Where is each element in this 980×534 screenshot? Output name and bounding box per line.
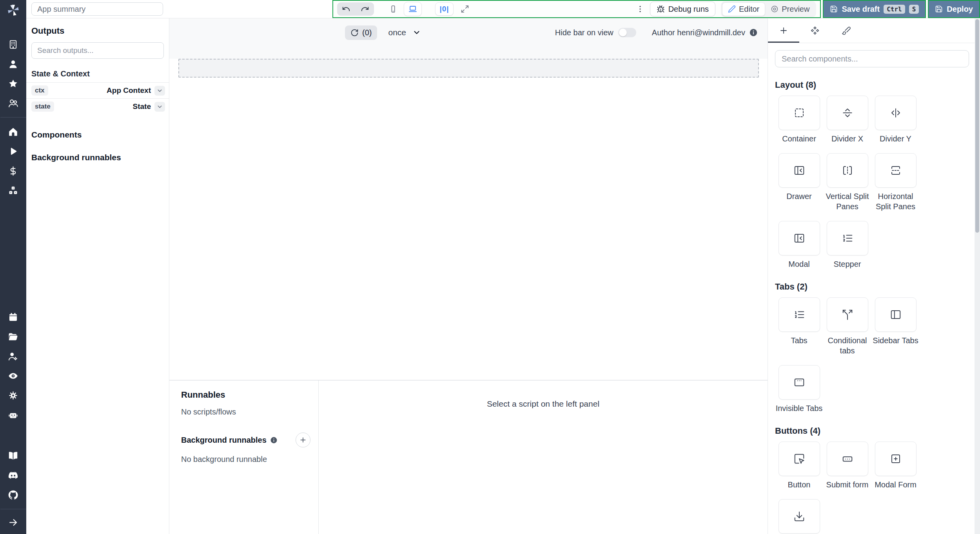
app-canvas[interactable] [169,59,768,380]
sidebar-group-1 [5,39,21,109]
sidebar-item-discord[interactable] [5,470,21,481]
search-outputs-input[interactable] [31,42,164,59]
component-card-container[interactable]: Container [775,96,823,144]
state-expand-button[interactable] [154,102,165,112]
save-draft-button[interactable]: Save draft Ctrl S [824,1,925,17]
boxes-icon [8,185,18,196]
calendar-icon [8,312,18,322]
background-info-icon[interactable] [270,436,278,444]
component-card-tabs[interactable]: Tabs [775,297,823,356]
state-row[interactable]: state State [26,98,169,114]
sidebar-item-dollar[interactable] [5,166,21,176]
hide-bar-toggle[interactable] [618,28,636,37]
component-card-submit-form[interactable]: Submit form [823,442,871,490]
component-card-box [827,221,868,255]
sidebar-item-settings[interactable] [5,390,21,401]
scrollbar-thumb[interactable] [975,19,979,233]
save-draft-label: Save draft [842,5,880,14]
sidebar-item-user[interactable] [5,59,21,69]
author-info-icon[interactable] [749,28,758,37]
sidebar-item-eye[interactable] [5,371,21,381]
undo-button[interactable] [342,5,350,13]
component-card-drawer[interactable]: Drawer [775,153,823,212]
search-components-input[interactable] [775,50,969,67]
preview-eye-icon [771,5,779,13]
sidebar-item-play[interactable] [5,146,21,157]
component-card-modal[interactable]: Modal [775,221,823,269]
debug-runs-button[interactable]: Debug runs [650,2,715,16]
sidebar-item-bot[interactable] [5,410,21,420]
refresh-mode-dropdown[interactable] [412,28,421,37]
app-summary-input[interactable] [31,2,163,16]
sidebar-item-calendar[interactable] [5,312,21,322]
ctx-row[interactable]: ctx App Context [26,82,169,98]
windmill-logo-icon[interactable] [6,3,20,19]
refresh-button[interactable]: (0) [345,25,377,40]
sidebar-item-user-cog[interactable] [5,351,21,362]
folder-icon [8,331,18,342]
mobile-view-button[interactable] [386,3,401,15]
components-section-title: Components [31,130,164,139]
component-card-divider-x[interactable]: Divider X [823,96,871,144]
sidebar-item-users[interactable] [5,98,21,109]
preview-tab[interactable]: Preview [765,3,815,16]
component-card-conditional-tabs[interactable]: Conditional tabs [823,297,871,356]
sidebar-item-boxes[interactable] [5,185,21,196]
center-align-icon: |0| [439,5,449,13]
invisible-tabs-icon [793,377,805,388]
component-card-modal-form[interactable]: Modal Form [871,442,920,490]
component-card-sidebar-tabs[interactable]: Sidebar Tabs [871,297,920,356]
state-context-title: State & Context [31,69,164,78]
tab-component-settings[interactable] [799,18,831,43]
component-card-download-button[interactable]: Download Button [775,499,823,534]
tab-styling[interactable] [831,18,862,43]
center-canvas-button[interactable]: |0| [435,2,453,16]
component-section-title: Layout (8) [775,80,973,90]
save-icon [830,5,838,13]
tab-insert-component[interactable] [768,18,799,43]
scrollbar-track[interactable] [975,18,980,534]
sidebar-item-home[interactable] [5,127,21,137]
fullscreen-button[interactable] [457,3,472,15]
plus-icon [779,26,788,35]
horizontal-split-icon [890,165,902,176]
component-card-horizontal-split-panes[interactable]: Horizontal Split Panes [871,153,920,212]
empty-grid-placeholder[interactable] [178,59,759,78]
component-section-title: Buttons (4) [775,426,973,436]
component-card-invisible-tabs[interactable]: Invisible Tabs [775,365,823,413]
arrow-right-icon [8,517,18,529]
modal-icon [793,232,805,244]
kbd-ctrl: Ctrl [884,5,905,14]
more-options-button[interactable] [636,5,644,13]
sidebar-item-folder[interactable] [5,331,21,342]
component-card-label: Horizontal Split Panes [871,191,920,212]
user-icon [8,59,18,69]
component-card-divider-y[interactable]: Divider Y [871,96,920,144]
deploy-button[interactable]: Deploy [929,1,979,17]
paintbrush-icon [842,26,851,35]
component-card-box [779,365,820,400]
component-card-stepper[interactable]: Stepper [823,221,871,269]
component-card-box [779,297,820,332]
desktop-view-button[interactable] [404,2,422,16]
editor-tab[interactable]: Editor [722,2,765,16]
sidebar-item-github[interactable] [5,490,21,500]
refresh-icon [350,29,359,37]
sidebar-item-star[interactable] [5,78,21,89]
toggle-knob [619,29,627,36]
add-background-runnable-button[interactable] [296,433,310,447]
history-group [337,2,374,16]
redo-button[interactable] [361,5,369,13]
tabs-icon [793,309,805,320]
sidebar-item-building[interactable] [5,39,21,50]
sidebar-item-book[interactable] [5,451,21,461]
component-card-button[interactable]: Button [775,442,823,490]
redo-icon [361,5,369,13]
eye-icon [8,371,18,381]
ctx-expand-button[interactable] [154,86,165,96]
device-toggle-group [386,2,422,16]
canvas-align-group: |0| [435,2,472,16]
expand-sidebar-button[interactable] [5,518,21,529]
component-card-vertical-split-panes[interactable]: Vertical Split Panes [823,153,871,212]
component-card-label: Divider Y [871,134,920,144]
